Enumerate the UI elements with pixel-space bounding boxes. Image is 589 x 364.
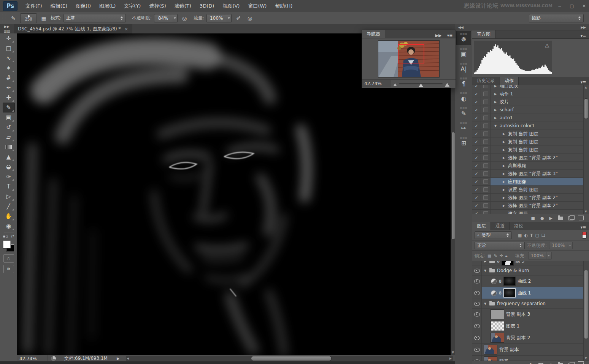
maximize-button[interactable]: ▢ — [567, 3, 577, 9]
new-adjustment-layer-button[interactable]: ◐ — [549, 363, 552, 364]
action-dialog-toggle[interactable] — [481, 178, 491, 185]
layer-thumbnail[interactable] — [491, 333, 504, 342]
slider-knob[interactable] — [419, 81, 423, 87]
menu-item-2[interactable]: 编辑(E) — [46, 0, 71, 12]
eraser-tool[interactable]: ▱ — [3, 132, 15, 142]
layer-thumbnail[interactable] — [484, 357, 497, 361]
scroll-down-icon[interactable]: ▼ — [585, 357, 587, 360]
layer-opacity-dropdown[interactable] — [567, 242, 573, 249]
document-close-icon[interactable]: × — [125, 27, 128, 32]
healing-brush-tool[interactable]: ✚ — [3, 93, 15, 103]
action-toggle-checkbox[interactable]: ✓ — [472, 85, 481, 90]
action-row[interactable]: ✓▶选择 图层 “背景 副本 2” — [472, 202, 589, 210]
layer-row[interactable]: 背景 — [472, 356, 589, 361]
scrollbar-thumb[interactable] — [584, 99, 588, 119]
layer-item[interactable]: 8曲线 1 — [482, 287, 589, 299]
opacity-input[interactable]: 84% — [154, 14, 172, 22]
layer-thumbnail[interactable] — [484, 345, 497, 354]
action-toggle-checkbox[interactable]: ✓ — [472, 170, 481, 177]
magic-wand-tool[interactable]: ✶ — [3, 63, 15, 73]
action-toggle-checkbox[interactable]: ✓ — [472, 202, 481, 209]
filter-type-layers-icon[interactable]: T — [530, 233, 533, 238]
navigator-view-box[interactable] — [398, 44, 424, 63]
action-item[interactable]: ▶应用图像 — [491, 178, 589, 185]
action-item[interactable]: ▶复制 当前 图层 — [491, 138, 589, 146]
action-item[interactable]: ▶高斯模糊 — [491, 162, 589, 169]
lasso-tool[interactable]: ∿ — [3, 53, 15, 63]
zoom-in-icon[interactable] — [445, 81, 449, 87]
action-toggle-checkbox[interactable]: ✓ — [472, 114, 481, 122]
paths-tab[interactable]: 路径 — [510, 222, 528, 230]
action-row[interactable]: ✓▶设置 当前 图层 — [472, 186, 589, 194]
tablet-pressure-size-icon[interactable]: ◎ — [245, 14, 254, 22]
action-dialog-toggle[interactable] — [481, 146, 491, 154]
expand-arrow-icon[interactable]: ▶ — [494, 116, 497, 120]
layer-row[interactable]: 图层 1 — [472, 320, 589, 332]
action-dialog-toggle[interactable] — [481, 122, 491, 130]
navigator-panel-button[interactable]: ▥▥▥☸ — [456, 31, 471, 45]
navigator-tab[interactable]: 导航器 — [362, 30, 385, 38]
action-toggle-checkbox[interactable]: ✓ — [472, 98, 481, 106]
histogram-warning-icon[interactable]: ⚠ — [545, 43, 549, 49]
action-toggle-checkbox[interactable]: ✓ — [472, 162, 481, 169]
action-dialog-toggle[interactable] — [481, 194, 491, 201]
action-row[interactable]: ✓▼autoskin color1 — [472, 122, 589, 130]
action-toggle-checkbox[interactable]: ✓ — [472, 186, 481, 193]
scrollbar-thumb[interactable] — [251, 356, 331, 361]
action-dialog-toggle[interactable] — [481, 130, 491, 138]
blend-mode-select[interactable]: 正常 — [64, 14, 126, 22]
collapse-dock-icon[interactable]: ◀◀ — [458, 25, 464, 29]
flow-dropdown-button[interactable] — [226, 14, 232, 22]
brush-preset-picker[interactable]: 250 — [20, 13, 37, 23]
action-item[interactable]: ▶选择 图层 “背景 副本 2” — [491, 154, 589, 161]
history-tab[interactable]: 历史记录 — [472, 77, 500, 85]
layer-opacity-input[interactable]: 100% — [549, 242, 567, 249]
minimize-button[interactable]: ‒ — [555, 3, 565, 9]
layer-row[interactable]: ▼frequency separation — [472, 299, 589, 309]
visibility-toggle[interactable] — [472, 356, 482, 361]
record-button[interactable]: ● — [540, 216, 544, 220]
visibility-toggle[interactable] — [472, 275, 482, 287]
action-toggle-checkbox[interactable]: ✓ — [472, 194, 481, 201]
visibility-toggle[interactable] — [472, 266, 482, 275]
scroll-down-icon[interactable]: ▼ — [585, 210, 587, 213]
group-mask-thumbnail[interactable] — [502, 261, 513, 265]
toggle-brush-panel-icon[interactable]: ▦ — [39, 14, 48, 22]
action-row[interactable]: ✓▶选择 图层 “背景 副本 2” — [472, 154, 589, 162]
scroll-left-icon[interactable]: ◀ — [127, 357, 129, 360]
adjustment-layer-icon[interactable] — [491, 279, 497, 284]
action-dialog-toggle[interactable] — [481, 154, 491, 161]
tablet-pressure-opacity-icon[interactable]: ◎ — [180, 14, 189, 22]
lock-position-icon[interactable]: ✛ — [500, 253, 503, 258]
visibility-toggle[interactable] — [472, 320, 482, 332]
default-colors-icon[interactable]: ▪▫ — [3, 234, 8, 238]
brush-presets-panel-button[interactable]: ▥▥▥✏ — [456, 120, 471, 134]
menu-item-10[interactable]: 窗口(W) — [244, 0, 271, 12]
layer-fill-dropdown[interactable] — [546, 252, 552, 260]
opacity-dropdown-button[interactable] — [172, 14, 178, 22]
rectangular-marquee-tool[interactable]: □ — [3, 43, 15, 53]
expand-arrow-icon[interactable]: ▶ — [502, 196, 506, 199]
scroll-right-icon[interactable]: ▶ — [449, 357, 452, 360]
action-dialog-toggle[interactable] — [481, 210, 491, 214]
action-item[interactable]: ▼autoskin color1 — [491, 122, 589, 130]
action-dialog-toggle[interactable] — [481, 202, 491, 209]
panel-menu-icon[interactable]: ▾≡ — [578, 33, 589, 38]
action-item[interactable]: ▶胶片 — [491, 98, 589, 106]
delete-layer-button[interactable] — [579, 362, 584, 364]
layer-row[interactable]: ▶8组 5 — [472, 261, 589, 266]
close-button[interactable]: ✕ — [579, 3, 589, 9]
scroll-up-icon[interactable]: ▲ — [585, 86, 587, 89]
expand-arrow-icon[interactable]: ▶ — [502, 156, 506, 160]
lock-transparency-icon[interactable]: ▦ — [487, 253, 491, 258]
action-toggle-checkbox[interactable]: ✓ — [472, 178, 481, 185]
expand-arrow-icon[interactable]: ▶ — [494, 108, 497, 112]
layer-item[interactable]: 背景 副本 3 — [482, 309, 589, 320]
clone-source-panel-button[interactable]: ▥▥▥▣ — [456, 46, 471, 60]
status-options-arrow-icon[interactable]: ▶ — [117, 356, 120, 361]
brush-tool-icon[interactable]: ✎ — [9, 14, 18, 22]
dodge-tool[interactable]: ◒ — [3, 162, 15, 172]
action-toggle-checkbox[interactable]: ✓ — [472, 138, 481, 146]
workspace-select[interactable]: 摄影 — [529, 14, 584, 22]
action-row[interactable]: ✓▶增白皮肤 — [472, 85, 589, 90]
